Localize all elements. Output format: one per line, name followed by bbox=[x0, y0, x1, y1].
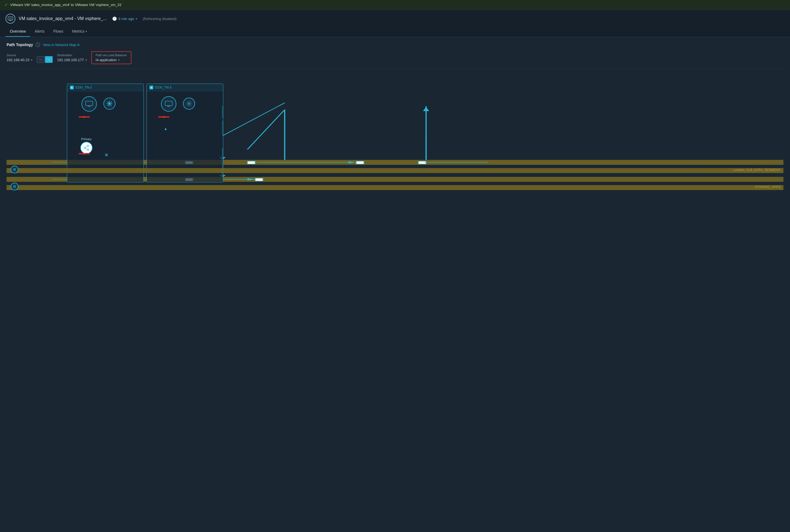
share-node bbox=[80, 142, 92, 154]
section-header: Path Topology i View in Network Map ⧉ bbox=[6, 42, 784, 47]
path-via-chevron: ▾ bbox=[118, 58, 119, 61]
arrow-right-button[interactable]: → bbox=[45, 56, 53, 63]
direction-buttons: ← → bbox=[37, 56, 53, 63]
destination-label: Destination bbox=[57, 54, 87, 57]
segment-icon-1 bbox=[11, 166, 18, 173]
segment-icon-2 bbox=[11, 183, 18, 190]
section-title: Path Topology bbox=[6, 42, 33, 47]
esxi-tn-2-box: ■ ESXi_TN-2 bbox=[67, 84, 144, 182]
svg-line-41 bbox=[86, 147, 87, 148]
source-select[interactable]: 192.168.40.23 ▾ bbox=[6, 58, 32, 62]
path-via-label: Path via Load Balancer bbox=[96, 54, 127, 57]
red-bar-3 bbox=[158, 116, 169, 118]
segment-band-2: DYNAMIC_APPS bbox=[6, 185, 784, 190]
esxi-tn-2-header: ■ ESXi_TN-2 bbox=[67, 84, 144, 91]
esxi-tn-3-label: ESXi_TN-3 bbox=[155, 86, 171, 89]
esxi-tn-3-box: ■ ESXi_TN-3 bbox=[147, 84, 223, 182]
vm-node-2 bbox=[161, 96, 176, 112]
primary-label: Primary bbox=[80, 137, 92, 141]
tabs-row: Overview Alerts Flows Metrics ▾ bbox=[5, 27, 785, 37]
arrow-left-button[interactable]: ← bbox=[37, 56, 44, 63]
main-content: Path Topology i View in Network Map ⧉ So… bbox=[0, 37, 790, 218]
up-arrow-indicator: ▲ bbox=[164, 127, 168, 131]
destination-control: Destination 192.168.100.177 ▾ bbox=[57, 54, 87, 62]
top-bar: ✓ VMware VM 'sales_invoice_app_vm4' to V… bbox=[0, 0, 790, 10]
svg-rect-43 bbox=[165, 101, 172, 106]
check-icon: ✓ bbox=[4, 2, 8, 7]
svg-rect-19 bbox=[356, 161, 364, 164]
esxi-tn-3-header: ■ ESXi_TN-3 bbox=[147, 84, 223, 91]
red-bar-2 bbox=[79, 153, 90, 154]
esxi-tn-3-icon: ■ bbox=[150, 86, 153, 89]
svg-marker-27 bbox=[247, 178, 255, 180]
source-label: Source bbox=[6, 54, 32, 57]
time-chevron: ▾ bbox=[136, 17, 137, 20]
svg-marker-29 bbox=[423, 107, 429, 111]
path-via-value: l4-application ▾ bbox=[96, 58, 127, 62]
esxi-tn-2-label: ESXi_TN-2 bbox=[75, 86, 92, 89]
network-map-link[interactable]: View in Network Map ⧉ bbox=[43, 43, 79, 47]
esxi-tn-2-icon: ■ bbox=[70, 86, 74, 89]
refreshing-status: (Refreshing disabled) bbox=[143, 17, 177, 21]
svg-line-42 bbox=[86, 148, 87, 149]
vm-node-1 bbox=[81, 96, 97, 112]
svg-rect-18 bbox=[247, 161, 255, 164]
destination-chevron: ▾ bbox=[86, 58, 87, 61]
path-via-box[interactable]: Path via Load Balancer l4-application ▾ bbox=[91, 51, 131, 64]
snowflake-node-2 bbox=[183, 98, 195, 110]
header-row: VM sales_invoice_app_vm4 - VM vsphere_..… bbox=[5, 14, 785, 24]
segment-1-label: London_ALB_DATA_SEGMENT bbox=[733, 168, 781, 172]
svg-line-14 bbox=[247, 110, 285, 149]
header-title: VM sales_invoice_app_vm4 - VM vsphere_..… bbox=[19, 16, 107, 21]
header-section: VM sales_invoice_app_vm4 - VM vsphere_..… bbox=[0, 10, 790, 37]
svg-rect-31 bbox=[86, 101, 93, 106]
svg-rect-25 bbox=[255, 178, 263, 181]
destination-select[interactable]: 192.168.100.177 ▾ bbox=[57, 58, 87, 62]
x-marker: ✕ bbox=[105, 152, 108, 158]
segment-2-label: DYNAMIC_APPS bbox=[755, 185, 781, 189]
svg-rect-20 bbox=[418, 161, 426, 164]
svg-line-12 bbox=[223, 103, 285, 136]
tab-flows[interactable]: Flows bbox=[49, 27, 68, 37]
topology-canvas: ■ ESXi_TN-2 bbox=[6, 75, 784, 212]
source-control: Source 192.168.40.23 ▾ bbox=[6, 54, 32, 62]
svg-point-39 bbox=[84, 147, 86, 149]
controls-row: Source 192.168.40.23 ▾ ← → Destination 1… bbox=[6, 51, 784, 69]
svg-point-38 bbox=[87, 145, 89, 147]
svg-marker-22 bbox=[349, 161, 356, 164]
time-ago: 6 min ago bbox=[118, 17, 134, 21]
red-bar-1 bbox=[79, 116, 90, 118]
header-time[interactable]: 🕐 6 min ago ▾ bbox=[112, 16, 137, 21]
info-icon[interactable]: i bbox=[36, 42, 40, 47]
tab-alerts[interactable]: Alerts bbox=[30, 27, 49, 37]
metrics-chevron: ▾ bbox=[86, 30, 87, 33]
external-link-icon: ⧉ bbox=[77, 43, 79, 46]
source-chevron: ▾ bbox=[31, 58, 32, 61]
top-bar-message: VMware VM 'sales_invoice_app_vm4' to VMw… bbox=[10, 3, 122, 7]
clock-icon: 🕐 bbox=[112, 16, 117, 21]
segment-band-1: London_ALB_DATA_SEGMENT bbox=[6, 168, 784, 173]
snowflake-node-1 bbox=[104, 98, 115, 110]
svg-point-40 bbox=[87, 149, 89, 151]
tab-metrics[interactable]: Metrics ▾ bbox=[68, 27, 91, 37]
svg-rect-3 bbox=[9, 18, 12, 19]
vm-icon bbox=[5, 14, 15, 24]
tab-overview[interactable]: Overview bbox=[5, 27, 30, 37]
